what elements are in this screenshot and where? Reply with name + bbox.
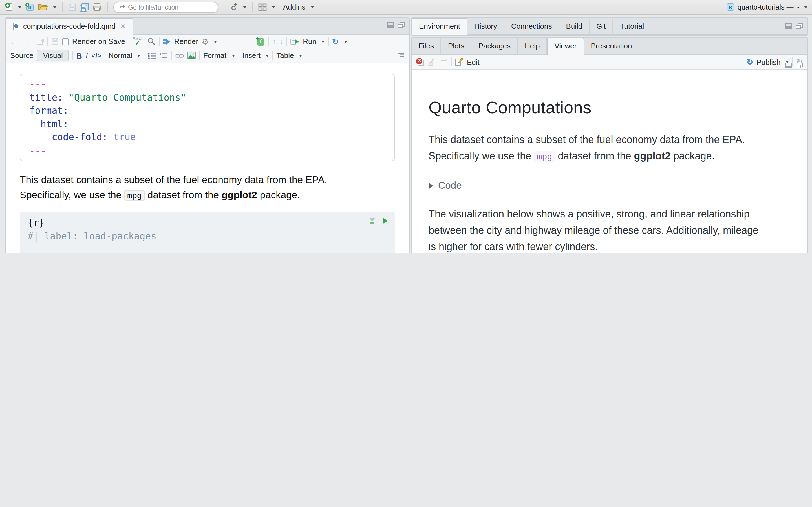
- paragraph-style-caret[interactable]: [137, 54, 141, 57]
- yaml-metadata-block[interactable]: ---title: "Quarto Computations"format: h…: [20, 74, 395, 161]
- text-line: This dataset contains a subset of the fu…: [20, 172, 399, 187]
- insert-menu-caret[interactable]: [266, 54, 269, 57]
- project-caret: [804, 6, 808, 8]
- panel-tab-plots[interactable]: Plots: [441, 38, 472, 54]
- render-button[interactable]: Render: [174, 37, 198, 46]
- viewer-content[interactable]: Quarto Computations This dataset contain…: [412, 86, 808, 253]
- minimize-pane-icon[interactable]: [387, 22, 394, 28]
- goto-placeholder: Go to file/function: [128, 4, 179, 10]
- env-tab-environment[interactable]: Environment: [412, 18, 467, 35]
- run-button[interactable]: Run: [303, 37, 316, 46]
- render-settings-gear-icon[interactable]: ⚙: [202, 37, 209, 46]
- env-tab-build[interactable]: Build: [559, 18, 590, 34]
- env-tab-tutorial[interactable]: Tutorial: [613, 18, 652, 34]
- clear-viewer-broom-icon[interactable]: [428, 58, 437, 66]
- forward-icon[interactable]: →: [21, 37, 29, 46]
- outline-toggle-icon[interactable]: [397, 52, 405, 59]
- text-line: is higher for cars with fewer cylinders.: [428, 239, 808, 253]
- stop-icon[interactable]: ✕: [416, 58, 424, 66]
- maximize-pane-icon[interactable]: [796, 62, 803, 69]
- minimize-pane-icon[interactable]: [785, 62, 792, 69]
- save-icon[interactable]: [68, 1, 76, 13]
- go-prev-section-icon[interactable]: ↑: [272, 37, 276, 46]
- run-chunk-icon[interactable]: [382, 217, 388, 224]
- render-on-save-label: Render on Save: [72, 37, 125, 46]
- source-mode-button[interactable]: Source: [10, 51, 33, 60]
- code-fold-1[interactable]: Code: [428, 180, 808, 191]
- project-menu[interactable]: R quarto-tutorials — ~: [726, 3, 808, 11]
- save-all-icon[interactable]: [80, 1, 89, 13]
- print-icon[interactable]: [93, 1, 101, 13]
- run-caret[interactable]: [321, 40, 325, 43]
- env-tab-connections[interactable]: Connections: [504, 18, 559, 34]
- edit-icon[interactable]: [455, 58, 463, 66]
- open-file-icon[interactable]: [38, 1, 48, 13]
- visual-editor-canvas[interactable]: ---title: "Quarto Computations"format: h…: [6, 63, 409, 253]
- italic-button[interactable]: I: [86, 51, 88, 60]
- format-menu[interactable]: Format: [203, 51, 226, 60]
- text-line: This dataset contains a subset of the fu…: [428, 132, 808, 148]
- insert-chunk-icon[interactable]: C +: [255, 37, 265, 46]
- source-rerun-caret[interactable]: [344, 40, 347, 43]
- minimize-pane-icon[interactable]: [785, 23, 792, 29]
- panel-tab-presentation[interactable]: Presentation: [584, 38, 639, 54]
- link-icon[interactable]: [175, 52, 184, 59]
- source-editor-pane: computations-code-fold.qmd ✕ ← → Render …: [5, 17, 410, 253]
- image-icon[interactable]: [188, 52, 196, 59]
- render-on-save-checkbox[interactable]: [62, 38, 69, 45]
- publish-button[interactable]: Publish: [756, 58, 780, 66]
- back-icon[interactable]: ←: [10, 37, 18, 46]
- run-chunks-above-icon[interactable]: [369, 217, 375, 224]
- numbered-list-icon[interactable]: 12: [160, 52, 168, 59]
- panel-tab-viewer[interactable]: Viewer: [547, 38, 584, 55]
- viewer-popout-icon[interactable]: [441, 59, 448, 65]
- open-file-caret[interactable]: [53, 6, 56, 8]
- spellcheck-icon[interactable]: ABC ✓: [133, 36, 144, 47]
- editor-tabstrip: computations-code-fold.qmd ✕: [6, 18, 409, 35]
- quarto-file-icon: [13, 22, 20, 30]
- addins-caret[interactable]: [311, 6, 314, 8]
- new-project-icon[interactable]: R: [25, 1, 35, 13]
- version-control-caret[interactable]: [243, 6, 246, 8]
- format-menu-caret[interactable]: [232, 54, 235, 57]
- goto-file-search[interactable]: Go to file/function: [113, 1, 218, 13]
- addins-menu[interactable]: Addins: [283, 3, 306, 11]
- code-line: title: "Quarto Computations": [29, 91, 385, 104]
- tab-title: computations-code-fold.qmd: [23, 22, 116, 31]
- save-doc-icon[interactable]: [51, 38, 59, 45]
- workspace-panes-caret[interactable]: [272, 6, 275, 8]
- tab-close-icon[interactable]: ✕: [120, 22, 126, 30]
- inline-code-button[interactable]: </>: [91, 52, 101, 59]
- bold-button[interactable]: B: [77, 51, 82, 60]
- new-file-icon[interactable]: [4, 1, 13, 13]
- edit-button[interactable]: Edit: [467, 58, 479, 66]
- panel-tab-files[interactable]: Files: [412, 38, 441, 54]
- visual-mode-button[interactable]: Visual: [37, 50, 69, 61]
- go-next-section-icon[interactable]: ↓: [280, 37, 283, 46]
- bullet-list-icon[interactable]: [148, 52, 156, 59]
- insert-menu[interactable]: Insert: [242, 51, 260, 60]
- code-chunk-load-packages[interactable]: {r}#| label: load-packages library(ggplo…: [20, 212, 395, 253]
- table-menu-caret[interactable]: [299, 54, 302, 57]
- maximize-pane-icon[interactable]: [796, 23, 803, 29]
- workspace-panes-icon[interactable]: [258, 1, 267, 13]
- maximize-pane-icon[interactable]: [398, 22, 405, 28]
- text-line: Specifically, we use the mpg dataset fro…: [20, 187, 399, 203]
- render-settings-caret[interactable]: [214, 40, 217, 43]
- table-menu[interactable]: Table: [276, 51, 294, 60]
- source-rerun-icon[interactable]: ↻: [332, 37, 339, 46]
- panel-tab-help[interactable]: Help: [518, 38, 547, 54]
- version-control-icon[interactable]: G: [230, 1, 238, 13]
- popout-icon[interactable]: [37, 38, 44, 45]
- rendered-document: Quarto Computations This dataset contain…: [428, 94, 808, 253]
- find-replace-icon[interactable]: [147, 37, 156, 46]
- tab-computations-code-fold[interactable]: computations-code-fold.qmd ✕: [6, 18, 133, 35]
- env-tab-history[interactable]: History: [467, 18, 504, 34]
- env-tab-git[interactable]: Git: [590, 18, 613, 34]
- code-line: format:: [29, 104, 385, 117]
- paragraph-style-select[interactable]: Normal: [109, 51, 132, 60]
- panel-tab-packages[interactable]: Packages: [472, 38, 518, 54]
- goto-arrow-icon: [118, 4, 125, 10]
- new-file-caret[interactable]: [18, 6, 21, 8]
- editor-paragraph-1[interactable]: This dataset contains a subset of the fu…: [20, 172, 399, 203]
